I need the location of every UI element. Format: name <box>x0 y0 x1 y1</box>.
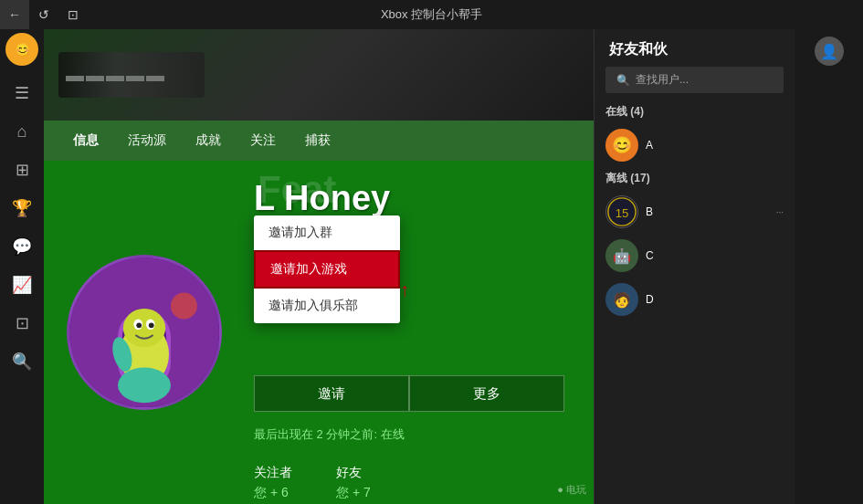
tab-capture[interactable]: 捕获 <box>294 129 342 152</box>
followers-label: 关注者 <box>254 465 292 481</box>
search-placeholder: 查找用户... <box>636 72 689 88</box>
sidebar-achievements-icon[interactable]: 🏆 <box>4 190 40 226</box>
svg-point-9 <box>171 293 197 320</box>
online-section-header: 在线 (4) <box>595 100 795 123</box>
screenshot-button[interactable]: ⊡ <box>58 0 88 29</box>
sidebar-trending-icon[interactable]: 📈 <box>4 267 40 303</box>
friend-item-offline-1[interactable]: 15 B ··· <box>595 190 795 234</box>
title-bar: ← ↺ ⊡ Xbox 控制台小帮手 <box>0 0 863 29</box>
profile-nav: 信息 活动源 成就 关注 捕获 <box>44 121 594 161</box>
profile-info: Feat L Honey 邀请加入群 邀请加入游戏 邀请加入俱乐部 ↑ 邀请 <box>245 161 594 504</box>
friends-group: 好友 您 + 7 <box>336 465 371 501</box>
sidebar-avatar[interactable]: 😊 <box>5 33 38 66</box>
banner-image: ▬▬▬▬▬ <box>44 29 594 121</box>
title-bar-controls: ← ↺ ⊡ <box>0 0 88 29</box>
friends-search[interactable]: 🔍 查找用户... <box>605 67 784 93</box>
profile-content: Feat L Honey 邀请加入群 邀请加入游戏 邀请加入俱乐部 ↑ 邀请 <box>44 161 594 504</box>
tab-achievements[interactable]: 成就 <box>184 129 232 152</box>
invite-button[interactable]: 邀请 <box>254 375 409 412</box>
sidebar-store-icon[interactable]: ⊞ <box>4 152 40 188</box>
refresh-button[interactable]: ↺ <box>29 0 58 29</box>
back-button[interactable]: ← <box>0 0 29 29</box>
followers-count: 您 + 6 <box>254 485 292 501</box>
friends-panel-header: 好友和伙 <box>595 29 795 67</box>
followers-section: 关注者 您 + 6 好友 您 + 7 <box>254 465 575 501</box>
sidebar-social-icon[interactable]: 💬 <box>4 228 40 265</box>
sidebar-search-icon[interactable]: 🔍 <box>4 343 40 380</box>
svg-point-10 <box>118 368 171 404</box>
friend-item-offline-2[interactable]: 🤖 C <box>595 234 795 278</box>
friend-name-1: A <box>646 139 784 152</box>
dropdown-invite-group[interactable]: 邀请加入群 <box>254 215 400 250</box>
friend-item-online-1[interactable]: 😊 A <box>595 123 795 167</box>
friend-avatar-offline-1: 15 <box>605 195 638 228</box>
dropdown-menu: 邀请加入群 邀请加入游戏 邀请加入俱乐部 <box>254 215 400 323</box>
friends-label: 好友 <box>336 465 371 481</box>
svg-text:15: 15 <box>616 206 629 220</box>
user-icon: 👤 <box>820 43 838 60</box>
dropdown-invite-game[interactable]: 邀请加入游戏 <box>254 250 400 289</box>
right-sidebar: 👤 <box>795 29 863 504</box>
main-layout: 😊 ☰ ⌂ ⊞ 🏆 💬 📈 ⊡ 🔍 ▬▬▬▬▬ 信息 活动源 成就 关注 捕获 <box>0 29 863 504</box>
friend-name-offline-2: C <box>646 249 784 262</box>
profile-avatar <box>67 255 222 410</box>
offline-section-header: 离线 (17) <box>595 167 795 190</box>
followers-group: 关注者 您 + 6 <box>254 465 292 501</box>
sidebar-menu-icon[interactable]: ☰ <box>4 75 40 111</box>
status-text: 最后出现在 2 分钟之前: 在线 <box>254 426 575 443</box>
friend-name-offline-1: B <box>646 205 769 218</box>
friend-avatar-offline-3: 🧑 <box>605 283 638 316</box>
friend-status-offline-1: ··· <box>776 207 784 217</box>
friend-name-offline-3: D <box>646 293 784 306</box>
content-area: ▬▬▬▬▬ 信息 活动源 成就 关注 捕获 <box>44 29 594 504</box>
dropdown-invite-club[interactable]: 邀请加入俱乐部 <box>254 289 400 323</box>
friends-count: 您 + 7 <box>336 485 371 501</box>
feat-text: Feat <box>258 168 336 212</box>
banner-logo: ▬▬▬▬▬ <box>58 52 205 98</box>
sidebar-home-icon[interactable]: ⌂ <box>4 113 40 150</box>
tab-info[interactable]: 信息 <box>62 129 110 152</box>
dropdown-arrow: ↑ <box>400 279 409 300</box>
friend-avatar-offline-2: 🤖 <box>605 239 638 272</box>
right-user-icon[interactable]: 👤 <box>815 37 844 66</box>
svg-point-8 <box>149 322 154 328</box>
svg-point-7 <box>136 322 142 328</box>
friend-avatar-1: 😊 <box>605 129 638 162</box>
search-icon: 🔍 <box>616 74 630 87</box>
friend-item-offline-3[interactable]: 🧑 D <box>595 278 795 321</box>
tab-following[interactable]: 关注 <box>239 129 287 152</box>
tab-activity[interactable]: 活动源 <box>117 129 177 152</box>
left-sidebar: 😊 ☰ ⌂ ⊞ 🏆 💬 📈 ⊡ 🔍 <box>0 29 44 504</box>
window-title: Xbox 控制台小帮手 <box>381 6 482 23</box>
avatar-section <box>44 161 245 504</box>
profile-banner: ▬▬▬▬▬ <box>44 29 594 121</box>
more-button[interactable]: 更多 <box>409 375 564 412</box>
action-buttons: 邀请 更多 <box>254 375 564 412</box>
watermark: ● 电玩 <box>557 483 586 497</box>
sidebar-apps-icon[interactable]: ⊡ <box>4 305 40 341</box>
svg-point-4 <box>123 309 165 347</box>
friends-panel: 好友和伙 🔍 查找用户... 在线 (4) 😊 A 离线 (17) 15 B <box>594 29 795 504</box>
